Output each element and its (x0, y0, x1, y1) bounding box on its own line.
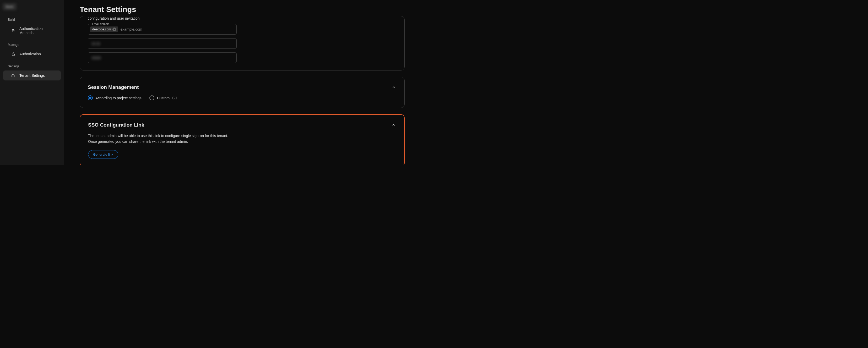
email-domain-card: configuration and user invitation Email … (80, 16, 405, 70)
section-label-settings: Settings (0, 62, 64, 70)
radio-project-settings[interactable]: According to project settings (88, 95, 142, 100)
radio-label: According to project settings (95, 96, 142, 100)
sidebar: Back Build Authentication Methods Manage… (0, 0, 64, 165)
radio-checked-icon (88, 95, 93, 100)
svg-point-0 (12, 29, 13, 31)
email-domain-input[interactable]: descope.com (88, 24, 237, 35)
user-check-icon (11, 28, 16, 33)
help-icon[interactable]: ? (172, 96, 177, 100)
blurred-field-2: xxxxx (88, 53, 397, 63)
email-domain-field: Email domain descope.com (88, 24, 397, 35)
blurred-field-1: xx xx (88, 38, 397, 49)
generate-link-button[interactable]: Generate link (88, 150, 118, 159)
building-icon (11, 73, 16, 78)
chip-remove-icon[interactable] (113, 28, 116, 31)
sso-description: The tenant admin will be able to use thi… (88, 133, 229, 145)
page-title: Tenant Settings (80, 5, 405, 14)
sidebar-item-label: Authentication Methods (20, 27, 57, 35)
sidebar-item-tenant-settings[interactable]: Tenant Settings (3, 70, 61, 81)
generate-link-label: Generate link (93, 153, 113, 156)
domain-chip: descope.com (90, 27, 118, 32)
blurred-value-2: xxxxx (90, 55, 102, 61)
email-domain-legend: Email domain (91, 22, 111, 25)
domain-chip-label: descope.com (92, 28, 111, 31)
section-label-manage: Manage (0, 41, 64, 48)
blurred-input-2[interactable]: xxxxx (88, 53, 237, 63)
sidebar-item-authorization[interactable]: Authorization (3, 49, 61, 59)
sidebar-item-label: Tenant Settings (20, 73, 45, 77)
back-chip-label: Back (3, 3, 17, 10)
main-content: Tenant Settings configuration and user i… (64, 0, 411, 165)
blurred-value-1: xx xx (90, 40, 102, 46)
sidebar-item-auth-methods[interactable]: Authentication Methods (3, 24, 61, 37)
radio-unchecked-icon (149, 95, 154, 100)
svg-rect-1 (12, 54, 15, 56)
radio-custom[interactable]: Custom ? (149, 95, 177, 100)
back-chip[interactable]: Back (3, 3, 61, 10)
sso-title: SSO Configuration Link (88, 122, 144, 128)
radio-label: Custom (157, 96, 169, 100)
sidebar-item-label: Authorization (20, 52, 41, 56)
blurred-input-1[interactable]: xx xx (88, 38, 237, 49)
email-domain-subtitle: configuration and user invitation (88, 16, 397, 21)
sidebar-divider (4, 13, 60, 13)
section-label-build: Build (0, 16, 64, 23)
session-title: Session Management (88, 84, 138, 90)
sso-configuration-card: SSO Configuration Link The tenant admin … (80, 114, 405, 165)
chevron-up-icon[interactable] (391, 85, 397, 90)
email-domain-text-input[interactable] (120, 27, 234, 31)
lock-icon (11, 52, 16, 56)
session-radio-group: According to project settings Custom ? (88, 95, 397, 100)
session-management-card: Session Management According to project … (80, 77, 405, 108)
chevron-up-icon[interactable] (391, 122, 396, 128)
